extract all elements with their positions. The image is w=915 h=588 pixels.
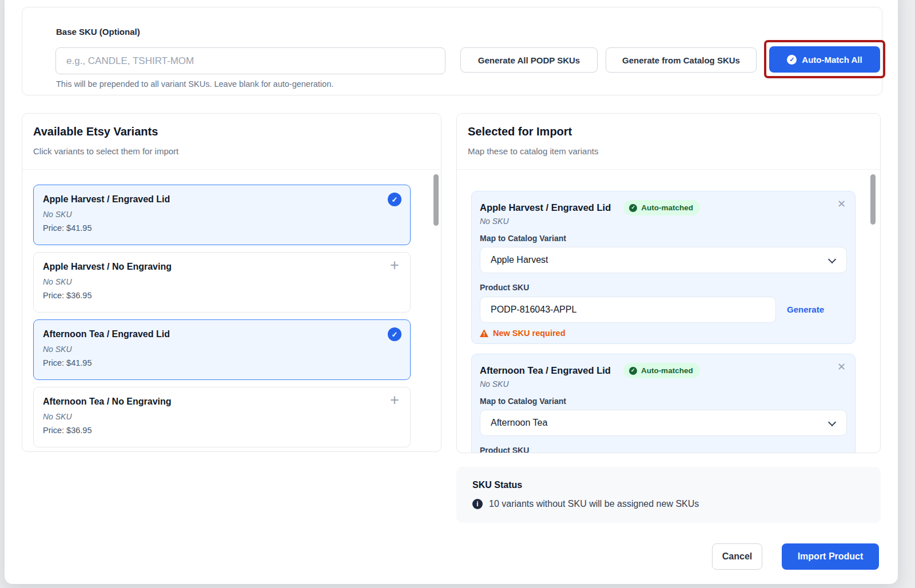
chevron-down-icon bbox=[828, 255, 836, 263]
badge-check-icon: ✓ bbox=[787, 55, 797, 65]
close-icon: ✕ bbox=[837, 361, 846, 373]
generate-from-catalog-skus-button[interactable]: Generate from Catalog SKUs bbox=[606, 47, 757, 73]
check-circle-icon: ✓ bbox=[629, 367, 637, 375]
sku-status-message-row: i 10 variants without SKU will be assign… bbox=[472, 499, 699, 509]
new-sku-warning: New SKU required bbox=[480, 329, 566, 338]
map-to-catalog-label: Map to Catalog Variant bbox=[480, 397, 566, 406]
import-mapping-card-apple-harvest: Apple Harvest / Engraved Lid ✓ Auto-matc… bbox=[471, 191, 856, 344]
variant-price: Price: $41.95 bbox=[43, 358, 401, 367]
check-circle-icon: ✓ bbox=[629, 204, 637, 212]
variant-name: Afternoon Tea / Engraved Lid bbox=[43, 329, 401, 339]
generate-all-podp-skus-button[interactable]: Generate All PODP SKUs bbox=[460, 47, 598, 73]
import-product-button[interactable]: Import Product bbox=[782, 543, 879, 570]
auto-matched-badge: ✓ Auto-matched bbox=[623, 200, 700, 215]
sku-status-message: 10 variants without SKU will be assigned… bbox=[489, 499, 699, 509]
variant-price: Price: $41.95 bbox=[43, 223, 401, 233]
catalog-variant-select[interactable]: Apple Harvest bbox=[480, 247, 847, 273]
catalog-variant-select[interactable]: Afternoon Tea bbox=[480, 410, 847, 436]
product-sku-label: Product SKU bbox=[480, 283, 529, 292]
cancel-label: Cancel bbox=[722, 551, 752, 562]
variant-name: Apple Harvest / Engraved Lid bbox=[43, 194, 401, 205]
cancel-button[interactable]: Cancel bbox=[712, 543, 762, 570]
remove-variant-button[interactable]: ✕ bbox=[837, 199, 846, 209]
sku-status-title: SKU Status bbox=[472, 480, 522, 490]
variant-card-apple-harvest-engraved[interactable]: Apple Harvest / Engraved Lid No SKU Pric… bbox=[33, 185, 411, 245]
selected-import-panel: Selected for Import Map these to catalog… bbox=[456, 113, 881, 453]
base-sku-label: Base SKU (Optional) bbox=[56, 27, 140, 37]
import-mapping-card-afternoon-tea: Afternoon Tea / Engraved Lid ✓ Auto-matc… bbox=[471, 354, 856, 453]
variant-card-afternoon-tea-no-engraving[interactable]: Afternoon Tea / No Engraving No SKU Pric… bbox=[33, 387, 411, 447]
variant-card-apple-harvest-no-engraving[interactable]: Apple Harvest / No Engraving No SKU Pric… bbox=[33, 252, 411, 313]
variant-card-afternoon-tea-engraved[interactable]: Afternoon Tea / Engraved Lid No SKU Pric… bbox=[33, 319, 411, 380]
available-variants-subtitle: Click variants to select them for import bbox=[33, 146, 178, 156]
product-sku-label: Product SKU bbox=[480, 446, 529, 453]
import-product-label: Import Product bbox=[798, 551, 864, 562]
variant-sku: No SKU bbox=[43, 412, 401, 421]
auto-matched-label: Auto-matched bbox=[641, 366, 693, 375]
sku-status-card: SKU Status i 10 variants without SKU wil… bbox=[456, 467, 881, 523]
plus-icon: + bbox=[388, 393, 401, 407]
variant-sku: No SKU bbox=[43, 210, 401, 219]
mapped-variant-name: Afternoon Tea / Engraved Lid bbox=[480, 365, 611, 376]
variant-name: Apple Harvest / No Engraving bbox=[43, 262, 401, 272]
variant-name: Afternoon Tea / No Engraving bbox=[43, 397, 401, 407]
chevron-down-icon bbox=[828, 418, 836, 426]
generate-sku-link[interactable]: Generate bbox=[787, 305, 824, 314]
close-icon: ✕ bbox=[837, 198, 846, 210]
remove-variant-button[interactable]: ✕ bbox=[837, 362, 846, 372]
available-variants-header: Available Etsy Variants Click variants t… bbox=[22, 114, 441, 170]
auto-match-all-button[interactable]: ✓ Auto-Match All bbox=[769, 46, 880, 73]
variant-sku: No SKU bbox=[43, 345, 401, 354]
variant-price: Price: $36.95 bbox=[43, 426, 401, 435]
base-sku-section: Base SKU (Optional) This will be prepend… bbox=[22, 7, 882, 95]
selected-import-subtitle: Map these to catalog item variants bbox=[468, 146, 598, 156]
product-sku-input[interactable] bbox=[480, 297, 776, 323]
mapped-variant-sku: No SKU bbox=[480, 379, 509, 389]
mapped-variant-name: Apple Harvest / Engraved Lid bbox=[480, 202, 611, 213]
base-sku-help-text: This will be prepended to all variant SK… bbox=[56, 79, 333, 89]
available-variants-panel: Available Etsy Variants Click variants t… bbox=[22, 113, 441, 452]
info-icon: i bbox=[472, 499, 483, 509]
available-variants-title: Available Etsy Variants bbox=[33, 125, 158, 138]
mapped-variant-sku: No SKU bbox=[480, 217, 509, 226]
plus-icon: + bbox=[388, 258, 401, 272]
check-circle-icon: ✓ bbox=[388, 327, 401, 341]
auto-match-all-label: Auto-Match All bbox=[802, 55, 862, 65]
base-sku-input[interactable] bbox=[55, 47, 445, 74]
variant-price: Price: $36.95 bbox=[43, 291, 401, 300]
right-panel-scrollbar[interactable] bbox=[870, 174, 876, 225]
left-panel-scrollbar[interactable] bbox=[433, 174, 439, 226]
check-circle-icon: ✓ bbox=[388, 193, 401, 206]
warning-triangle-icon bbox=[480, 329, 488, 337]
generate-from-catalog-skus-label: Generate from Catalog SKUs bbox=[622, 55, 740, 65]
mapping-card-header: Afternoon Tea / Engraved Lid ✓ Auto-matc… bbox=[480, 363, 825, 378]
mapping-card-header: Apple Harvest / Engraved Lid ✓ Auto-matc… bbox=[480, 200, 825, 215]
catalog-variant-value: Afternoon Tea bbox=[491, 418, 547, 428]
new-sku-warning-text: New SKU required bbox=[493, 329, 566, 338]
generate-all-podp-skus-label: Generate All PODP SKUs bbox=[478, 55, 580, 65]
selected-import-header: Selected for Import Map these to catalog… bbox=[457, 114, 880, 170]
auto-matched-badge: ✓ Auto-matched bbox=[623, 363, 700, 378]
catalog-variant-value: Apple Harvest bbox=[491, 255, 548, 265]
auto-matched-label: Auto-matched bbox=[641, 203, 693, 212]
variant-sku: No SKU bbox=[43, 277, 401, 286]
selected-import-title: Selected for Import bbox=[468, 125, 572, 138]
map-to-catalog-label: Map to Catalog Variant bbox=[480, 234, 566, 243]
